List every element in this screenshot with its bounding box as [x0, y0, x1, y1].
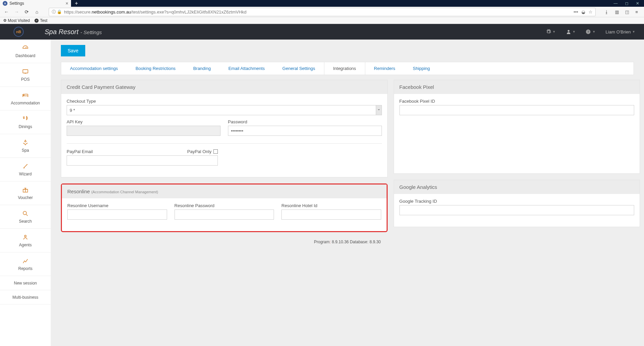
svg-line-8: [26, 214, 28, 216]
save-button[interactable]: Save: [61, 45, 85, 56]
pos-icon: [22, 68, 29, 75]
app-header: nB Spa Resort - Settings ▼ ▼ ? ▼ Liam O'…: [0, 24, 644, 40]
resonline-hotelid-input[interactable]: [281, 209, 381, 220]
tab-reminders[interactable]: Reminders: [365, 62, 404, 75]
user-icon: [566, 29, 571, 34]
svg-text:?: ?: [588, 30, 589, 33]
sidebar-item-accommodation[interactable]: Accommodation: [0, 87, 51, 110]
settings-menu[interactable]: ▼: [546, 29, 556, 34]
tab-branding[interactable]: Branding: [184, 62, 220, 75]
gear-icon: ✿: [3, 18, 6, 23]
settings-tabs: Accommodation settings Booking Restricti…: [61, 62, 634, 75]
resonline-username-label: Resonline Username: [67, 203, 167, 208]
url-path: /test/settings.exe?s=q0mhvLJ2kEIiGitfs8X…: [131, 9, 246, 15]
fbpixel-id-label: Facebook Pixel ID: [399, 99, 634, 104]
checkout-type-select[interactable]: 9 *: [67, 105, 382, 115]
sidebar-item-dashboard[interactable]: Dashboard: [0, 40, 51, 63]
paypal-only-label: PayPal Only: [187, 149, 212, 154]
bookmark-favicon: n: [34, 19, 39, 23]
tab-integrations[interactable]: Integrations: [324, 62, 365, 75]
chevron-down-icon: ▼: [592, 30, 595, 33]
page-title: Spa Resort - Settings: [45, 28, 102, 36]
panel-payment-gateway: Credit Card Payment Gateway Checkout Typ…: [61, 80, 388, 177]
fbpixel-id-input[interactable]: [399, 105, 634, 115]
checkout-type-label: Checkout Type: [67, 99, 382, 104]
bookmark-star-icon[interactable]: ☆: [589, 9, 593, 15]
site-info-icon[interactable]: ⓘ 🔒: [52, 9, 62, 15]
sidebar-item-new-session[interactable]: New session: [0, 276, 51, 290]
api-key-input[interactable]: [67, 126, 221, 136]
page-actions-icon[interactable]: •••: [574, 9, 578, 15]
home-icon[interactable]: ⌂: [34, 9, 40, 15]
paypal-email-label: PayPal Email: [67, 149, 93, 154]
sidebar-item-voucher[interactable]: Voucher: [0, 181, 51, 205]
bookmarks-bar: ✿Most Visited nTest: [0, 17, 644, 24]
panel-title: Facebook Pixel: [394, 80, 640, 94]
resonline-password-label: Resonline Password: [175, 203, 274, 208]
close-tab-icon[interactable]: ×: [66, 1, 68, 6]
footer-version: Program: 8.9.10.36 Database: 8.9.30: [61, 240, 634, 244]
sidebar-item-spa[interactable]: Spa: [0, 134, 51, 158]
tab-shipping[interactable]: Shipping: [404, 62, 439, 75]
tab-favicon: n: [3, 1, 7, 6]
url-bar[interactable]: ⓘ 🔒 https://secure.netbookings.com.au/te…: [49, 8, 596, 16]
resonline-hotelid-label: Resonline Hotel Id: [281, 203, 381, 208]
back-icon[interactable]: ←: [3, 9, 9, 15]
help-menu[interactable]: ? ▼: [585, 29, 595, 34]
app-logo[interactable]: nB: [14, 27, 24, 37]
sidebar-item-reports[interactable]: Reports: [0, 252, 51, 276]
tab-booking-restrictions[interactable]: Booking Restrictions: [127, 62, 185, 75]
agents-icon: [22, 234, 29, 241]
bed-icon: [22, 92, 29, 99]
user-name-menu[interactable]: Liam O'Brien ▼: [605, 29, 635, 34]
forward-icon[interactable]: →: [14, 9, 20, 15]
sidebar-item-wizard[interactable]: Wizard: [0, 158, 51, 181]
new-tab-button[interactable]: +: [71, 0, 82, 7]
sidebar-item-agents[interactable]: Agents: [0, 229, 51, 252]
panel-google-analytics: Google Analytics Google Tracking ID: [394, 180, 640, 227]
browser-menu-icon[interactable]: ≡: [635, 9, 638, 15]
tab-title: Settings: [9, 1, 24, 6]
password-input[interactable]: [228, 126, 382, 136]
url-prefix: https://secure.: [64, 9, 92, 15]
help-icon: ?: [585, 29, 591, 34]
sidebar-item-search[interactable]: Search: [0, 205, 51, 229]
tab-email-attachments[interactable]: Email Attachments: [220, 62, 274, 75]
resonline-username-input[interactable]: [67, 209, 167, 220]
tab-accommodation-settings[interactable]: Accommodation settings: [61, 62, 127, 75]
panel-facebook-pixel: Facebook Pixel Facebook Pixel ID: [394, 80, 640, 174]
sidebar-item-dinings[interactable]: Dinings: [0, 110, 51, 134]
library-icon[interactable]: ▥: [615, 9, 619, 15]
close-window-icon[interactable]: ✕: [636, 1, 639, 6]
pocket-icon[interactable]: ◒: [581, 9, 585, 15]
gift-icon: [22, 187, 29, 193]
svg-rect-5: [25, 73, 26, 74]
panel-title: Credit Card Payment Gateway: [61, 80, 387, 94]
password-label: Password: [228, 119, 382, 124]
maximize-icon[interactable]: ◻: [625, 1, 628, 6]
paypal-only-checkbox[interactable]: [213, 149, 218, 154]
reload-icon[interactable]: ⟳: [24, 9, 30, 15]
dining-icon: [22, 116, 29, 122]
spa-icon: [22, 139, 29, 146]
sidebar-item-multi-business[interactable]: Multi-business: [0, 290, 51, 304]
downloads-icon[interactable]: ⭳: [604, 9, 609, 15]
user-menu[interactable]: ▼: [566, 29, 576, 34]
content-area: Save Accommodation settings Booking Rest…: [51, 40, 644, 346]
sidebar-icon[interactable]: ◫: [625, 9, 629, 15]
bookmark-test[interactable]: nTest: [34, 18, 47, 23]
panel-resonline: Resonline (Accommodation Channel Managem…: [61, 183, 388, 232]
browser-tab[interactable]: n Settings ×: [0, 0, 71, 7]
search-icon: [22, 210, 29, 217]
bookmark-most-visited[interactable]: ✿Most Visited: [3, 18, 30, 23]
browser-toolbar: ← → ⟳ ⌂ ⓘ 🔒 https://secure.netbookings.c…: [0, 7, 644, 17]
ga-id-input[interactable]: [399, 205, 634, 215]
chevron-down-icon: ▼: [573, 30, 576, 33]
tab-general-settings[interactable]: General Settings: [274, 62, 324, 75]
sidebar-item-pos[interactable]: POS: [0, 63, 51, 87]
minimize-icon[interactable]: —: [614, 1, 618, 6]
paypal-email-input[interactable]: [67, 155, 218, 166]
svg-point-7: [23, 211, 26, 215]
url-domain: netbookings.com.au: [92, 9, 131, 15]
resonline-password-input[interactable]: [175, 209, 274, 220]
